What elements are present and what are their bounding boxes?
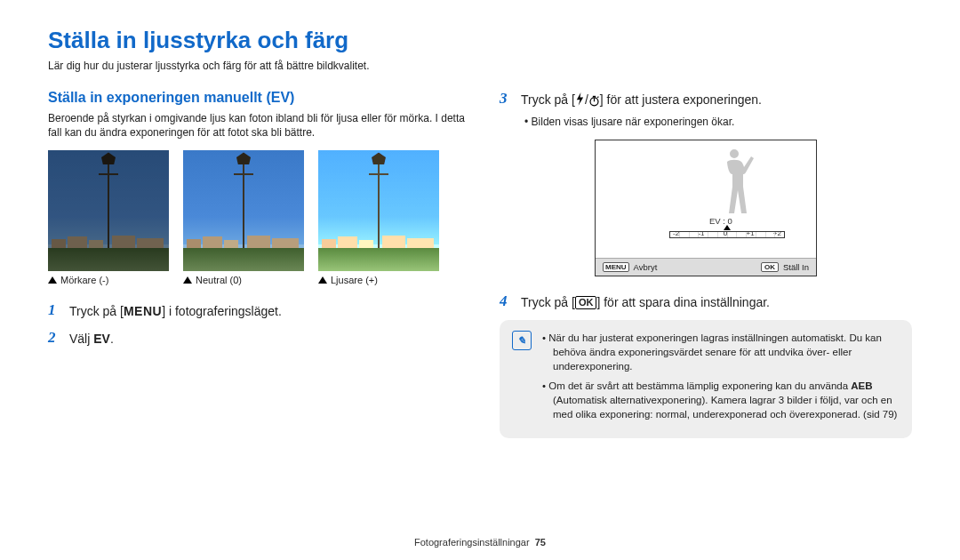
caption-darker: Mörkare (-) [48, 275, 169, 285]
example-photo-neutral [183, 150, 304, 271]
example-photo-darker [48, 150, 169, 271]
example-darker: Mörkare (-) [48, 150, 169, 285]
example-lighter: Ljusare (+) [318, 150, 439, 285]
section-title-ev: Ställa in exponeringen manuellt (EV) [48, 90, 468, 106]
camera-screen-illustration: EV : 0 -2 -1 0 +1 +2 MENUAvbryt [595, 140, 817, 276]
example-photo-lighter [318, 150, 439, 271]
step-3: 3 Tryck på [/] för att justera exponerin… [500, 90, 912, 129]
ok-button-label: OK [575, 296, 597, 309]
note-item: Om det är svårt att bestämma lämplig exp… [542, 379, 900, 421]
exposure-examples: Mörkare (-) Neutral (0) [48, 150, 468, 285]
flash-icon [575, 92, 585, 110]
svg-line-3 [597, 97, 598, 98]
screen-menu-icon: MENU [603, 262, 629, 272]
timer-icon [588, 94, 600, 111]
screen-cancel-label: Avbryt [634, 262, 658, 272]
page-footer: Fotograferingsinställningar 75 [0, 537, 960, 548]
svg-rect-1 [593, 96, 596, 98]
right-column: 3 Tryck på [/] för att justera exponerin… [500, 90, 912, 438]
note-item: När du har justerat exponeringen lagras … [542, 331, 900, 373]
ev-body-text: Beroende på styrkan i omgivande ljus kan… [48, 111, 468, 140]
step-2: 2 Välj EV. [48, 329, 468, 348]
page-title: Ställa in ljusstyrka och färg [48, 27, 912, 54]
page-intro: Lär dig hur du justerar ljusstyrka och f… [48, 60, 912, 72]
step-number: 3 [500, 90, 512, 108]
step-4: 4 Tryck på [OK] för att spara dina instä… [500, 292, 912, 311]
note-icon: ✎ [512, 331, 532, 350]
step-number: 1 [48, 301, 60, 319]
menu-button-label: MENU [124, 304, 162, 318]
step-1: 1 Tryck på [MENU] i fotograferingsläget. [48, 301, 468, 320]
screen-set-label: Ställ In [783, 262, 809, 272]
caption-neutral: Neutral (0) [183, 275, 304, 285]
step-number: 2 [48, 329, 60, 347]
ev-meter: -2 -1 0 +1 +2 [669, 229, 785, 238]
step-number: 4 [500, 292, 512, 310]
step-3-bullet: Bilden visas ljusare när exponeringen ök… [521, 115, 762, 129]
caption-lighter: Ljusare (+) [318, 275, 439, 285]
screen-ok-icon: OK [761, 262, 779, 272]
example-neutral: Neutral (0) [183, 150, 304, 285]
person-silhouette-icon [715, 146, 756, 219]
note-box: ✎ När du har justerat exponeringen lagra… [500, 320, 912, 438]
left-column: Ställa in exponeringen manuellt (EV) Ber… [48, 90, 468, 438]
